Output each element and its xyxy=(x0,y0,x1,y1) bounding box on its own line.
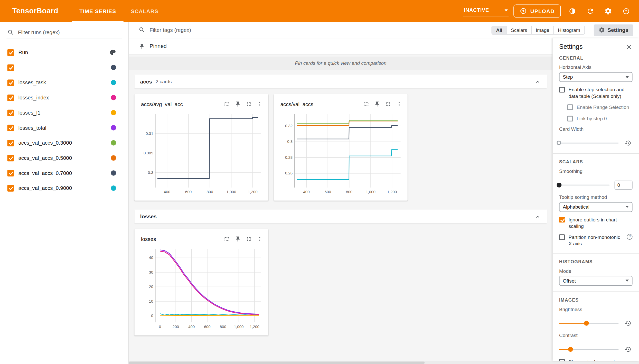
fit-to-data-button[interactable] xyxy=(222,234,232,244)
run-color-dot[interactable] xyxy=(111,170,116,176)
card-menu-button[interactable] xyxy=(394,99,404,109)
card-menu-button[interactable] xyxy=(255,99,265,109)
run-row[interactable]: losses_total xyxy=(0,120,128,135)
fit-to-data-icon xyxy=(363,101,369,107)
run-checkbox[interactable] xyxy=(7,64,14,71)
run-color-dot[interactable] xyxy=(111,125,116,130)
expand-card-button[interactable] xyxy=(244,234,254,244)
filter-tags-input[interactable] xyxy=(149,27,487,33)
link-by-step-checkbox-row[interactable]: Link by step 0 xyxy=(567,115,633,122)
reset-brightness-button[interactable] xyxy=(624,319,633,328)
line-chart[interactable]: 4006008001,0001,2000.30.3050.31 xyxy=(137,111,265,198)
app-logo[interactable]: TensorBoard xyxy=(12,7,58,15)
smoothing-input[interactable] xyxy=(615,181,633,190)
svg-text:0.32: 0.32 xyxy=(285,124,293,128)
show-actual-size-checkbox[interactable] xyxy=(559,359,565,361)
run-color-dot[interactable] xyxy=(111,155,116,161)
settings-gear-button[interactable] xyxy=(602,4,615,17)
collapse-section-button[interactable] xyxy=(534,78,541,85)
line-chart[interactable]: 4006008001,0001,2000.260.280.30.32 xyxy=(277,111,405,198)
card-width-slider[interactable] xyxy=(559,143,619,143)
tooltip-sorting-select[interactable]: Alphabetical xyxy=(559,202,633,212)
run-checkbox[interactable] xyxy=(7,79,14,86)
ignore-outliers-checkbox[interactable] xyxy=(559,217,565,222)
checkbox-label: Show actual image size xyxy=(568,359,620,361)
contrast-slider[interactable] xyxy=(559,349,619,349)
line-chart[interactable]: 02004006008001,0001,200010203040 xyxy=(137,246,265,333)
range-selection-checkbox[interactable] xyxy=(567,105,573,110)
run-checkbox[interactable] xyxy=(7,109,14,116)
expand-card-button[interactable] xyxy=(244,99,254,109)
run-color-dot[interactable] xyxy=(111,65,116,70)
pin-card-button[interactable] xyxy=(372,99,382,109)
fit-to-data-button[interactable] xyxy=(361,99,371,109)
pin-card-button[interactable] xyxy=(233,234,243,244)
close-settings-button[interactable] xyxy=(626,43,633,50)
show-actual-size-checkbox-row[interactable]: Show actual image size xyxy=(559,359,633,361)
range-selection-checkbox-row[interactable]: Enable Range Selection xyxy=(567,104,633,111)
help-button[interactable] xyxy=(619,4,633,17)
upload-button[interactable]: UPLOAD xyxy=(514,4,561,17)
run-row[interactable]: accs_val_accs_0.9000 xyxy=(0,181,128,196)
brightness-slider[interactable] xyxy=(559,323,619,323)
horizontal-axis-select[interactable]: Step xyxy=(559,72,633,82)
smoothing-slider[interactable] xyxy=(559,184,610,185)
run-color-dot[interactable] xyxy=(111,140,116,146)
data-source-select[interactable]: INACTIVE xyxy=(463,6,509,16)
run-row[interactable]: . xyxy=(0,60,128,75)
run-row[interactable]: Run xyxy=(0,45,128,60)
run-checkbox[interactable] xyxy=(7,185,14,191)
settings-panel: Settings GENERAL Horizontal Axis Step En… xyxy=(553,38,639,361)
link-by-step-checkbox[interactable] xyxy=(567,116,573,121)
chip-scalars[interactable]: Scalars xyxy=(506,26,531,34)
run-row[interactable]: accs_val_accs_0.3000 xyxy=(0,135,128,151)
histogram-mode-select[interactable]: Offset xyxy=(559,276,633,285)
fit-to-data-button[interactable] xyxy=(222,99,232,109)
step-selection-checkbox-row[interactable]: Enable step selection and data table (Sc… xyxy=(559,86,633,99)
expand-card-button[interactable] xyxy=(383,99,393,109)
run-color-dot[interactable] xyxy=(111,95,116,100)
run-checkbox[interactable] xyxy=(7,49,14,55)
reset-contrast-button[interactable] xyxy=(624,345,633,354)
run-checkbox[interactable] xyxy=(7,170,14,176)
run-color-dot[interactable] xyxy=(111,110,116,115)
run-color-dot[interactable] xyxy=(111,185,116,191)
pinned-section-header[interactable]: Pinned xyxy=(129,38,552,54)
tooltip-sorting-value: Alphabetical xyxy=(563,204,589,210)
pin-card-button[interactable] xyxy=(233,99,243,109)
tab-scalars[interactable]: SCALARS xyxy=(124,0,166,22)
collapse-section-button[interactable] xyxy=(534,213,541,220)
run-checkbox[interactable] xyxy=(7,94,14,101)
help-icon[interactable]: ? xyxy=(627,234,632,240)
section-title: accs xyxy=(140,78,152,85)
run-color-dot[interactable] xyxy=(111,80,116,85)
tab-time-series[interactable]: TIME SERIES xyxy=(72,0,124,22)
reset-card-width-button[interactable] xyxy=(624,138,633,147)
run-row[interactable]: accs_val_accs_0.7000 xyxy=(0,165,128,181)
run-row[interactable]: losses_index xyxy=(0,90,128,105)
chip-all[interactable]: All xyxy=(492,26,506,34)
run-row[interactable]: losses_l1 xyxy=(0,105,128,120)
section-losses-header[interactable]: losses xyxy=(135,210,547,223)
partition-x-axis-checkbox[interactable] xyxy=(559,235,565,240)
partition-x-axis-checkbox-row[interactable]: Partition non-monotonic X axis ? xyxy=(559,234,633,247)
run-row[interactable]: accs_val_accs_0.5000 xyxy=(0,150,128,165)
run-checkbox[interactable] xyxy=(7,125,14,131)
palette-icon[interactable] xyxy=(109,49,116,56)
chip-histogram[interactable]: Histogram xyxy=(553,26,584,34)
horizontal-scrollbar[interactable] xyxy=(129,361,639,364)
chip-image[interactable]: Image xyxy=(531,26,553,34)
scrollbar-thumb[interactable] xyxy=(129,361,425,364)
refresh-button[interactable] xyxy=(584,4,597,17)
settings-button[interactable]: Settings xyxy=(594,24,633,35)
theme-toggle-button[interactable] xyxy=(566,4,579,17)
ignore-outliers-checkbox-row[interactable]: Ignore outliers in chart scaling xyxy=(559,216,633,229)
filter-runs-input[interactable] xyxy=(18,29,121,35)
step-selection-checkbox[interactable] xyxy=(559,87,565,92)
run-checkbox[interactable] xyxy=(7,155,14,161)
run-checkbox[interactable] xyxy=(7,139,14,146)
card-menu-button[interactable] xyxy=(255,234,265,244)
section-accs-header[interactable]: accs 2 cards xyxy=(135,74,547,88)
run-row[interactable]: losses_task xyxy=(0,75,128,90)
settings-button-label: Settings xyxy=(607,27,628,33)
